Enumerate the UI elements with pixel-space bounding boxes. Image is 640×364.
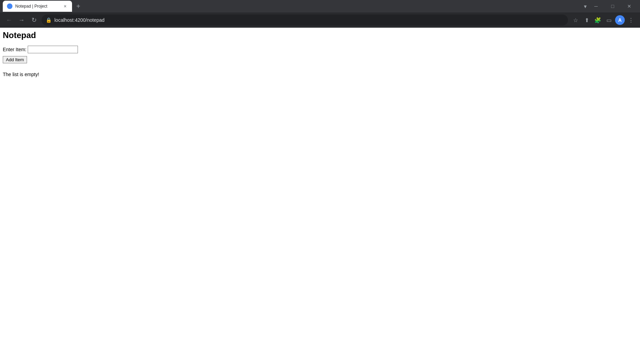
extensions-button[interactable]: 🧩 [593,15,603,25]
new-tab-button[interactable]: + [73,1,83,11]
bookmark-button[interactable]: ☆ [571,15,580,25]
enter-item-row: Enter Item: [3,46,637,53]
enter-item-label: Enter Item: [3,47,26,52]
page-content: Notepad Enter Item: Add Item The list is… [0,28,640,80]
share-button[interactable]: ⬆ [582,15,592,25]
enter-item-input[interactable] [28,46,78,53]
svg-point-0 [8,4,11,8]
window-controls: ─ □ ✕ [588,0,637,12]
tab-title: Notepad | Project [15,4,60,9]
lock-icon: 🔒 [46,17,52,23]
tab-favicon-icon [7,3,12,9]
minimize-button[interactable]: ─ [588,0,604,12]
reload-button[interactable]: ↻ [29,15,39,25]
page-title: Notepad [3,30,637,40]
address-bar[interactable]: 🔒 localhost:4200/notepad [42,15,568,26]
browser-chrome: Notepad | Project × + ▾ ─ □ ✕ ← → ↻ 🔒 lo… [0,0,640,28]
forward-button[interactable]: → [17,15,26,25]
toolbar-actions: ☆ ⬆ 🧩 ▭ A ⋮ [571,15,636,25]
profile-button[interactable]: A [615,15,625,25]
tab-bar: Notepad | Project × + ▾ ─ □ ✕ [0,0,640,12]
tab-close-button[interactable]: × [62,3,68,9]
add-item-button[interactable]: Add Item [3,56,27,63]
browser-toolbar: ← → ↻ 🔒 localhost:4200/notepad ☆ ⬆ 🧩 ▭ A… [0,12,640,28]
back-button[interactable]: ← [4,15,14,25]
active-tab[interactable]: Notepad | Project × [3,1,72,12]
close-button[interactable]: ✕ [621,0,637,12]
menu-button[interactable]: ⋮ [626,15,636,25]
tab-dropdown-icon[interactable]: ▾ [584,3,587,10]
sidebar-button[interactable]: ▭ [604,15,614,25]
tab-bar-controls: ▾ ─ □ ✕ [584,0,637,12]
empty-list-message: The list is empty! [3,72,637,77]
maximize-button[interactable]: □ [605,0,621,12]
address-text: localhost:4200/notepad [54,17,105,23]
